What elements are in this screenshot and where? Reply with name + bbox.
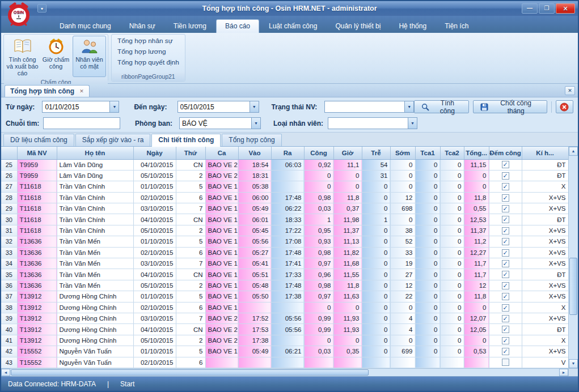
quick-access-dropdown-icon[interactable]: ▼ (37, 4, 47, 12)
grid-cell[interactable] (440, 357, 464, 368)
grid-cell[interactable]: 0 (415, 203, 440, 214)
horizontal-scrollbar[interactable]: ◄ ► (1, 368, 578, 376)
grid-cell[interactable]: 11,63 (333, 291, 362, 302)
chuoi-tim-field[interactable] (43, 117, 120, 129)
grid-cell[interactable] (362, 357, 390, 368)
grid-cell[interactable]: 11,8 (333, 280, 362, 291)
grid-cell[interactable]: 0,95 (304, 225, 333, 236)
row-indicator[interactable]: 41 (1, 335, 17, 346)
grid-cell[interactable]: 05:50 (238, 291, 271, 302)
grid-cell[interactable] (271, 181, 304, 192)
grid-cell[interactable]: 0 (440, 170, 464, 181)
grid-cell[interactable]: 0 (440, 203, 464, 214)
grid-cell[interactable]: 06:00 (238, 192, 271, 203)
grid-cell[interactable]: 0 (415, 324, 440, 335)
grid-cell[interactable]: 0,96 (304, 269, 333, 280)
report-menu-item[interactable]: Tổng hợp quyết định (115, 58, 181, 67)
column-header[interactable]: Ca (205, 147, 238, 159)
report-menu-item[interactable]: Tổng hợp nhân sự (115, 36, 181, 45)
grid-cell[interactable]: 6 (176, 192, 205, 203)
grid-cell[interactable]: 5 (176, 291, 205, 302)
grid-cell[interactable]: 0 (362, 302, 390, 313)
grid-cell[interactable]: 04/10/2015 (133, 159, 176, 170)
grid-cell[interactable] (304, 357, 333, 368)
dem-cong-cell[interactable] (489, 357, 522, 368)
column-header[interactable]: Sớm (390, 147, 415, 159)
grid-cell[interactable]: 11,68 (333, 258, 362, 269)
grid-cell[interactable]: BAO VE 1 (205, 181, 238, 192)
grid-cell[interactable]: T13636 (17, 247, 57, 258)
grid-cell[interactable]: 5 (176, 346, 205, 357)
checkbox[interactable]: ✓ (502, 194, 509, 202)
dem-cong-cell[interactable]: ✓ (489, 247, 522, 258)
grid-cell[interactable]: 0 (362, 269, 390, 280)
grid-cell[interactable]: 12,27 (464, 247, 489, 258)
ki-hieu-cell[interactable]: ĐT (522, 159, 568, 170)
grid-cell[interactable]: Dương Hồng Chính (57, 335, 133, 346)
column-header[interactable]: Công (304, 147, 333, 159)
vertical-scroll-thumb[interactable] (569, 258, 577, 316)
row-indicator[interactable]: 25 (1, 159, 17, 170)
ki-hieu-cell[interactable]: X+VS (522, 225, 568, 236)
grid-cell[interactable]: 0 (440, 225, 464, 236)
grid-cell[interactable]: 17:41 (271, 258, 304, 269)
grid-cell[interactable]: 04/10/2015 (133, 324, 176, 335)
dem-cong-cell[interactable]: ✓ (489, 280, 522, 291)
grid-cell[interactable]: T13636 (17, 280, 57, 291)
status-start[interactable]: Start (120, 380, 134, 388)
checkbox[interactable]: ✓ (502, 271, 509, 278)
grid-cell[interactable]: 11,93 (333, 313, 362, 323)
grid-cell[interactable]: 0 (390, 159, 415, 170)
ribbon-tab[interactable]: Nhân sự (121, 20, 164, 33)
grid-cell[interactable]: Trần Văn Mến (57, 269, 133, 280)
grid-cell[interactable]: 17:22 (271, 225, 304, 236)
grid-cell[interactable]: 05:56 (271, 313, 304, 323)
ki-hieu-cell[interactable]: ĐT (522, 170, 568, 181)
chevron-down-icon[interactable]: ▼ (250, 101, 259, 112)
den-ngay-combo[interactable]: ▼ (177, 101, 259, 113)
checkbox[interactable]: ✓ (502, 205, 509, 212)
grid-cell[interactable]: Trần Văn Mến (57, 280, 133, 291)
checkbox[interactable]: ✓ (502, 315, 509, 322)
grid-cell[interactable]: T13912 (17, 335, 57, 346)
grid-cell[interactable]: 05:45 (238, 225, 271, 236)
grid-cell[interactable]: 0,97 (304, 258, 333, 269)
checkbox[interactable]: ✓ (502, 183, 509, 190)
ki-hieu-cell[interactable]: X (522, 335, 568, 346)
grid-cell[interactable]: 0 (464, 181, 489, 192)
grid-cell[interactable]: 0,55 (464, 203, 489, 214)
grid-cell[interactable]: BAO VE 1 (205, 346, 238, 357)
minimize-button[interactable]: — (522, 3, 538, 14)
grid-cell[interactable]: 0,98 (304, 280, 333, 291)
ki-hieu-cell[interactable]: X+VS (522, 192, 568, 203)
grid-cell[interactable]: 17:52 (238, 313, 271, 323)
grid-cell[interactable]: 02/10/2015 (133, 302, 176, 313)
grid-cell[interactable]: Lâm Văn Dũng (57, 170, 133, 181)
loai-nhan-vien-combo[interactable]: ▼ (328, 117, 417, 129)
grid-cell[interactable]: 0 (390, 214, 415, 225)
grid-cell[interactable] (271, 335, 304, 346)
grid-cell[interactable]: 06:22 (271, 203, 304, 214)
grid-cell[interactable] (205, 357, 238, 368)
grid-cell[interactable]: 18:31 (238, 170, 271, 181)
grid-cell[interactable]: 12 (390, 192, 415, 203)
row-indicator[interactable]: 34 (1, 258, 17, 269)
scroll-left-icon[interactable]: ◄ (1, 369, 10, 376)
report-menu-item[interactable]: Tổng hợp lương (115, 47, 181, 56)
grid-cell[interactable]: 05/10/2015 (133, 225, 176, 236)
grid-cell[interactable]: BAO VE 1 (205, 302, 238, 313)
vertical-scrollbar[interactable]: ▲ ▼ (568, 147, 578, 368)
checkbox[interactable]: ✓ (502, 282, 509, 289)
row-indicator[interactable]: 26 (1, 170, 17, 181)
row-indicator[interactable]: 32 (1, 236, 17, 247)
grid-cell[interactable]: 5 (176, 181, 205, 192)
grid-cell[interactable]: 11,2 (464, 236, 489, 247)
grid-cell[interactable]: 11,37 (464, 225, 489, 236)
column-header[interactable]: Kí h... (522, 147, 568, 159)
ki-hieu-cell[interactable]: X+VS (522, 258, 568, 269)
tab-close-icon[interactable]: ✕ (79, 88, 84, 94)
grid-cell[interactable]: 0 (390, 335, 415, 346)
grid-cell[interactable]: CN (176, 214, 205, 225)
grid-cell[interactable]: 0 (415, 280, 440, 291)
grid-cell[interactable]: 0 (415, 291, 440, 302)
